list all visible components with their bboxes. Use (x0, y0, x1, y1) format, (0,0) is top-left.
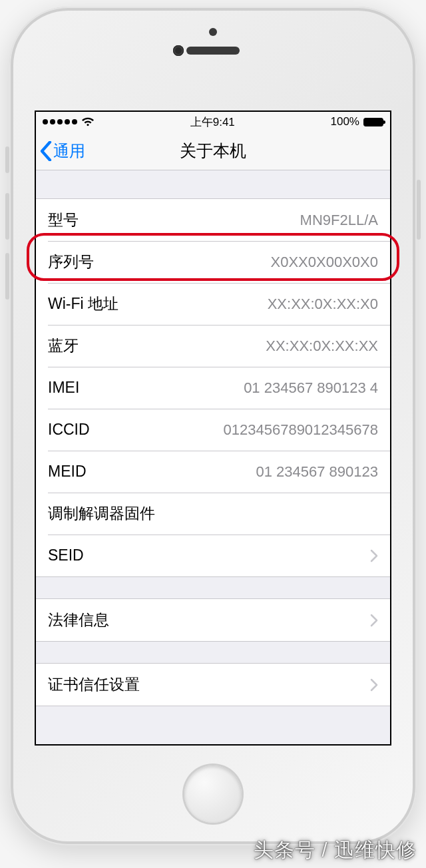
row-serial[interactable]: 序列号 X0XX0X00X0X0 (36, 241, 390, 283)
row-value: MN9F2LL/A (300, 212, 378, 229)
wifi-icon (81, 117, 95, 126)
section-gap (36, 170, 390, 198)
front-camera (173, 45, 184, 56)
back-button[interactable]: 通用 (36, 140, 85, 162)
section-gap (36, 642, 390, 663)
back-label: 通用 (53, 140, 85, 162)
row-cert[interactable]: 证书信任设置 (36, 664, 390, 706)
phone-frame: 上午9:41 100% 通用 关于本机 型号 MN9F2LL/A (9, 7, 417, 845)
info-group: 型号 MN9F2LL/A 序列号 X0XX0X00X0X0 Wi-Fi 地址 X… (36, 198, 390, 577)
signal-dots-icon (43, 119, 77, 124)
home-button[interactable] (184, 765, 242, 823)
volume-up (5, 193, 9, 240)
mute-switch (5, 146, 9, 173)
row-label: 法律信息 (48, 610, 109, 630)
nav-bar: 通用 关于本机 (36, 132, 390, 170)
chevron-right-icon (370, 614, 378, 627)
row-label: Wi-Fi 地址 (48, 294, 118, 314)
chevron-right-icon (370, 678, 378, 692)
row-value: 01 234567 890123 4 (244, 379, 378, 397)
earpiece-speaker (186, 47, 240, 55)
row-label: ICCID (48, 421, 90, 439)
page-title: 关于本机 (36, 140, 390, 162)
chevron-right-icon (370, 549, 378, 562)
row-value: XX:XX:0X:XX:X0 (268, 296, 378, 313)
row-bluetooth[interactable]: 蓝牙 XX:XX:0X:XX:XX (36, 325, 390, 367)
legal-group: 法律信息 (36, 598, 390, 642)
row-label: IMEI (48, 379, 79, 397)
watermark-text: 头条号 / 迅维快修 (254, 837, 417, 864)
row-value: 01234567890123456​78 (224, 421, 378, 439)
proximity-sensor (209, 28, 217, 36)
screen: 上午9:41 100% 通用 关于本机 型号 MN9F2LL/A (35, 110, 391, 746)
row-meid[interactable]: MEID 01 234567 890123 (36, 451, 390, 493)
volume-down (5, 253, 9, 300)
row-wifi[interactable]: Wi-Fi 地址 XX:XX:0X:XX:X0 (36, 283, 390, 325)
section-gap (36, 577, 390, 598)
row-value: XX:XX:0X:XX:XX (266, 337, 378, 355)
row-value: X0XX0X00X0X0 (271, 254, 378, 271)
status-bar: 上午9:41 100% (36, 112, 390, 132)
row-iccid[interactable]: ICCID 01234567890123456​78 (36, 409, 390, 451)
row-imei[interactable]: IMEI 01 234567 890123 4 (36, 367, 390, 409)
status-time: 上午9:41 (190, 114, 235, 130)
row-label: 型号 (48, 210, 79, 230)
row-legal[interactable]: 法律信息 (36, 599, 390, 641)
battery-percent: 100% (331, 115, 359, 128)
row-label: 调制解调器固件 (48, 503, 155, 524)
row-seid[interactable]: SEID (36, 535, 390, 576)
row-label: 序列号 (48, 252, 94, 272)
row-label: SEID (48, 546, 84, 564)
row-label: 蓝牙 (48, 335, 79, 356)
row-label: 证书信任设置 (48, 674, 140, 695)
power-button (417, 180, 421, 240)
row-value: 01 234567 890123 (256, 463, 378, 481)
row-model[interactable]: 型号 MN9F2LL/A (36, 199, 390, 241)
row-label: MEID (48, 463, 87, 481)
battery-icon (363, 118, 383, 126)
cert-group: 证书信任设置 (36, 663, 390, 706)
row-modem[interactable]: 调制解调器固件 (36, 493, 390, 535)
chevron-left-icon (40, 141, 52, 161)
